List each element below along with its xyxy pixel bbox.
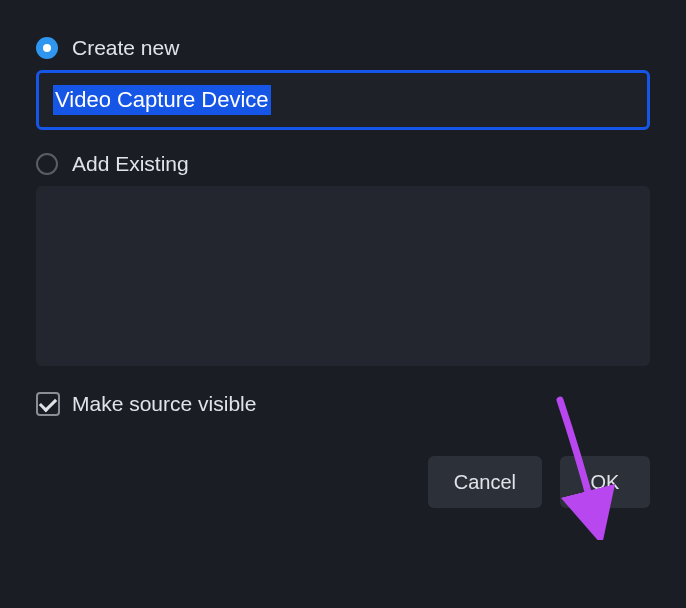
ok-button[interactable]: OK	[560, 456, 650, 508]
create-new-row: Create new	[36, 36, 650, 60]
cancel-button[interactable]: Cancel	[428, 456, 542, 508]
create-new-radio[interactable]	[36, 37, 58, 59]
add-existing-radio[interactable]	[36, 153, 58, 175]
make-visible-row: Make source visible	[36, 392, 650, 416]
existing-sources-list[interactable]	[36, 186, 650, 366]
dialog-buttons: Cancel OK	[36, 456, 650, 508]
source-name-value: Video Capture Device	[53, 85, 271, 116]
make-visible-label[interactable]: Make source visible	[72, 392, 256, 416]
add-existing-label[interactable]: Add Existing	[72, 152, 189, 176]
create-new-label[interactable]: Create new	[72, 36, 179, 60]
source-name-input[interactable]: Video Capture Device	[36, 70, 650, 130]
make-visible-checkbox[interactable]	[36, 392, 60, 416]
add-existing-row: Add Existing	[36, 152, 650, 176]
